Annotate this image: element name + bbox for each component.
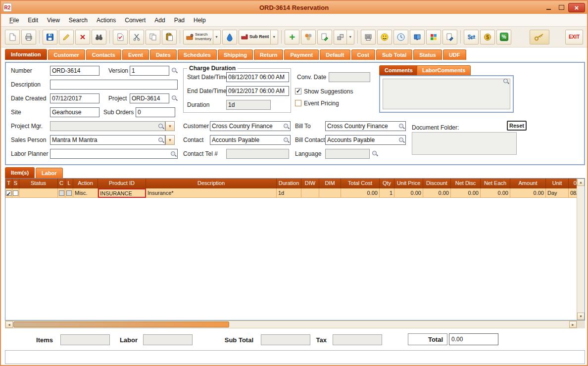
project-mgr-search-icon[interactable] <box>158 123 164 130</box>
project-mgr-field[interactable] <box>50 121 165 131</box>
tab-sub-total[interactable]: Sub Total <box>376 49 412 60</box>
tab-information[interactable]: Information <box>5 49 47 60</box>
cell-t[interactable] <box>5 188 12 198</box>
exit-button[interactable]: EXIT <box>565 30 583 45</box>
col-header-l[interactable]: L <box>65 179 73 188</box>
project-mgr-input[interactable] <box>50 123 158 130</box>
conv-date-field[interactable] <box>329 72 370 82</box>
sub-orders-input[interactable] <box>136 109 175 116</box>
catalog-button[interactable] <box>410 30 425 45</box>
project-field[interactable] <box>130 93 169 103</box>
tab-event[interactable]: Event <box>122 49 149 60</box>
description-field[interactable] <box>50 80 178 90</box>
print-button[interactable] <box>21 30 36 45</box>
cell-diw[interactable] <box>301 188 319 198</box>
customer-button[interactable] <box>377 30 392 45</box>
duration-input[interactable] <box>227 101 270 108</box>
cell-date[interactable]: 08/1 <box>569 188 577 198</box>
cell-qty[interactable]: 1 <box>380 188 394 198</box>
language-input[interactable] <box>326 150 369 157</box>
tab-status[interactable]: Status <box>413 49 442 60</box>
table-row[interactable]: Misc. INSURANCE Insurance* 1d 0.00 1 0.0… <box>5 188 577 198</box>
cell-s[interactable] <box>12 188 19 198</box>
version-input[interactable] <box>130 67 169 74</box>
sub-orders-field[interactable] <box>136 107 175 117</box>
project-search-icon[interactable] <box>171 95 178 101</box>
horizontal-scrollbar[interactable] <box>5 320 577 328</box>
cell-c[interactable] <box>58 188 65 198</box>
scroll-left-icon[interactable] <box>5 321 13 328</box>
chevron-down-icon[interactable] <box>270 30 276 44</box>
tab-customer[interactable]: Customer <box>48 49 85 60</box>
tab-comments[interactable]: Comments <box>379 65 418 75</box>
cell-action[interactable]: Misc. <box>73 188 98 198</box>
tab-contacts[interactable]: Contacts <box>86 49 121 60</box>
col-header-description[interactable]: Description <box>146 179 277 188</box>
start-datetime-field[interactable] <box>226 72 289 82</box>
cell-dim[interactable] <box>319 188 341 198</box>
edit-note-button[interactable] <box>317 30 332 45</box>
cell-net-disc[interactable]: 0.00 <box>451 188 481 198</box>
cell-discount[interactable]: 0.00 <box>423 188 451 198</box>
col-header-t[interactable]: T <box>5 179 12 188</box>
vertical-scrollbar[interactable] <box>577 179 585 320</box>
col-header-date[interactable]: 08/1 <box>569 179 577 188</box>
bill-contact-input[interactable] <box>326 137 398 143</box>
cell-amount[interactable]: 0.00 <box>510 188 546 198</box>
sales-person-search-icon[interactable] <box>158 137 164 143</box>
bill-contact-search-icon[interactable] <box>398 137 405 143</box>
currency-exchange-button[interactable] <box>464 30 479 45</box>
col-header-diw[interactable]: DIW <box>301 179 319 188</box>
col-header-discount[interactable]: Discount <box>423 179 451 188</box>
col-header-c[interactable]: C <box>58 179 65 188</box>
row-t-checkbox[interactable] <box>6 190 11 196</box>
customer-input[interactable] <box>210 123 283 130</box>
conv-date-input[interactable] <box>329 74 370 81</box>
tab-dates[interactable]: Dates <box>150 49 177 60</box>
menu-view[interactable]: View <box>43 15 64 26</box>
contact-tel-input[interactable] <box>227 150 289 157</box>
inventory-button[interactable] <box>426 30 441 45</box>
menu-edit[interactable]: Edit <box>23 15 43 26</box>
chevron-down-icon[interactable] <box>213 30 218 44</box>
search-inventory-button[interactable]: SearchInventory <box>183 30 221 45</box>
menu-file[interactable]: File <box>5 15 23 26</box>
customer-field[interactable] <box>210 121 291 131</box>
col-header-unit-price[interactable]: Unit Price <box>394 179 423 188</box>
maximize-icon[interactable] <box>555 3 567 12</box>
cell-net-each[interactable]: 0.00 <box>481 188 510 198</box>
save-button[interactable] <box>43 30 57 45</box>
menu-add[interactable]: Add <box>150 15 169 26</box>
col-header-duration[interactable]: Duration <box>277 179 301 188</box>
edit-button[interactable] <box>59 30 74 45</box>
end-datetime-field[interactable] <box>226 86 289 96</box>
col-header-s[interactable]: S <box>12 179 19 188</box>
memo-button[interactable] <box>442 30 457 45</box>
document-folder-area[interactable] <box>412 132 517 155</box>
version-field[interactable] <box>130 66 169 76</box>
tab-payment[interactable]: Payment <box>284 49 319 60</box>
bill-to-search-icon[interactable] <box>398 123 405 130</box>
bill-to-field[interactable] <box>325 121 406 131</box>
scroll-up-icon[interactable] <box>577 179 585 186</box>
tab-labor-comments[interactable]: LaborComments <box>417 65 471 75</box>
contact-input[interactable] <box>210 137 283 143</box>
row-l-checkbox[interactable] <box>66 190 72 196</box>
labor-planner-field[interactable] <box>50 149 178 159</box>
cell-unit-price[interactable]: 0.00 <box>394 188 423 198</box>
tab-items[interactable]: Item(s) <box>5 167 35 178</box>
description-input[interactable] <box>50 81 177 88</box>
groups-button[interactable] <box>301 30 316 45</box>
menu-convert[interactable]: Convert <box>120 15 150 26</box>
date-created-field[interactable] <box>50 93 99 103</box>
tab-schedules[interactable]: Schedules <box>178 49 217 60</box>
row-s-checkbox[interactable] <box>13 190 18 196</box>
start-datetime-input[interactable] <box>227 74 289 81</box>
version-search-icon[interactable] <box>171 67 178 74</box>
sub-rent-button[interactable]: Sub Rent <box>239 30 278 45</box>
number-field[interactable] <box>50 66 99 76</box>
options-button[interactable] <box>334 30 354 45</box>
new-document-button[interactable] <box>5 30 20 45</box>
event-pricing-checkbox[interactable] <box>295 100 301 106</box>
comments-box[interactable] <box>379 75 514 113</box>
